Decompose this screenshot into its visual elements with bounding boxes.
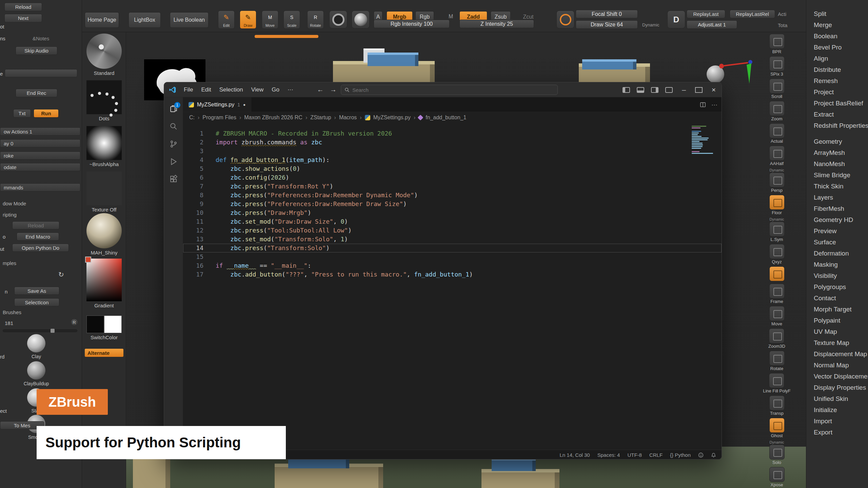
code-line-14[interactable]: 14 zbc.press("Transform:Solo") — [183, 244, 722, 252]
qxyz-icon[interactable] — [769, 244, 785, 259]
toggle-secondary-sidebar-icon[interactable] — [651, 87, 658, 93]
show-actions-slider[interactable]: ow Actions 1 — [0, 127, 80, 136]
menu-item-vector-displacement[interactable]: Vector Displacement — [806, 371, 868, 382]
save-as-button[interactable]: Save As — [14, 287, 59, 295]
alpha-thumb[interactable]: ~BrushAlpha — [85, 126, 123, 167]
feedback-smiley-icon[interactable] — [698, 452, 704, 458]
solo-icon[interactable] — [769, 445, 785, 460]
menu-item-contact[interactable]: Contact — [806, 292, 868, 304]
brush-size-slider[interactable] — [3, 329, 77, 332]
menu-selection[interactable]: Selection — [216, 85, 246, 95]
menu-item-unified-skin[interactable]: Unified Skin — [806, 393, 868, 404]
menu-item-surface[interactable]: Surface — [806, 237, 868, 248]
home-page-button[interactable]: Home Page — [85, 12, 119, 28]
main-color-swatch[interactable] — [86, 316, 104, 333]
open-python-button[interactable]: Open Python Do — [12, 244, 69, 252]
line-fill-polyf-icon[interactable] — [769, 373, 784, 388]
stroke-bar[interactable]: roke — [0, 151, 80, 160]
split-editor-icon[interactable] — [700, 102, 706, 108]
code-line-13[interactable]: 13 zbc.set_mod("Transform:Solo", 1) — [183, 235, 722, 244]
menu-item-align[interactable]: Align — [806, 53, 868, 64]
l-sym-icon[interactable] — [769, 222, 785, 237]
breadcrumb-item-zstartup[interactable]: ZStartup — [310, 115, 331, 121]
breadcrumb-item-fn-add-button-1[interactable]: fn_add_button_1 — [426, 115, 466, 121]
m-toggle[interactable]: M — [449, 14, 453, 20]
replay-icon-button[interactable]: D — [667, 11, 685, 28]
unnamed-button[interactable] — [5, 69, 77, 77]
code-line-6[interactable]: 6 zbc.config(2026) — [183, 173, 722, 182]
notes-icon[interactable] — [769, 266, 785, 281]
menu-item-deformation[interactable]: Deformation — [806, 248, 868, 259]
alpha-button[interactable] — [352, 11, 370, 28]
modified-dot-icon[interactable]: ● — [243, 102, 245, 107]
delay-slider[interactable]: ay 0 — [0, 139, 80, 147]
menu-item-split[interactable]: Split — [806, 8, 868, 19]
focal-button[interactable] — [556, 11, 574, 28]
zoom-icon[interactable] — [769, 101, 785, 116]
encoding[interactable]: UTF-8 — [627, 452, 642, 458]
cursor-position[interactable]: Ln 14, Col 30 — [559, 452, 590, 458]
toggle-panel-icon[interactable] — [637, 87, 644, 93]
transp-icon[interactable] — [769, 395, 785, 410]
menu-item-displacement-map[interactable]: Displacement Map — [806, 348, 868, 360]
menu-edit[interactable]: Edit — [198, 85, 214, 95]
menu-item-visibility[interactable]: Visibility — [806, 270, 868, 281]
extensions-icon[interactable] — [164, 170, 183, 188]
editor-more-actions-icon[interactable]: ··· — [711, 101, 717, 108]
menu-item-redshift-properties[interactable]: Redshift Properties — [806, 120, 868, 131]
end-rec-button[interactable]: End Rec — [16, 89, 57, 97]
menu-item-thick-skin[interactable]: Thick Skin — [806, 181, 868, 192]
search-sidebar-icon[interactable] — [164, 118, 183, 135]
commands-bar[interactable]: mmands — [0, 183, 80, 191]
code-line-5[interactable]: 5 zbc.show_actions(0) — [183, 164, 722, 173]
color-picker-thumb[interactable]: Gradient — [85, 259, 123, 308]
gradient-picker[interactable] — [86, 259, 122, 301]
edit-tool-button[interactable]: ✎ Edit — [218, 11, 235, 29]
xpose-icon[interactable] — [769, 467, 785, 482]
select-icon-button[interactable]: SelectIcon — [14, 298, 59, 306]
tab-myzsettings[interactable]: MyZSettings.py 1 ● — [183, 97, 251, 112]
menu-item-remesh[interactable]: Remesh — [806, 75, 868, 86]
menu-item-layers[interactable]: Layers — [806, 192, 868, 203]
menu-item-normal-map[interactable]: Normal Map — [806, 360, 868, 371]
forward-button[interactable]: → — [330, 86, 337, 94]
lightbox-button[interactable]: LightBox — [129, 12, 161, 28]
brush-clay[interactable] — [27, 334, 45, 352]
breadcrumb-item-macros[interactable]: Macros — [339, 115, 357, 121]
reload-button[interactable]: Reload — [4, 3, 42, 11]
frame-icon[interactable] — [769, 284, 785, 299]
zoom3d-icon[interactable] — [769, 328, 784, 343]
material-thumb[interactable]: MAH_Shiny — [85, 213, 123, 256]
minimap[interactable] — [692, 126, 715, 155]
move-icon[interactable] — [769, 306, 785, 321]
txt-button[interactable]: Txt — [13, 109, 31, 118]
toolbar-scroll-indicator[interactable] — [255, 35, 318, 38]
menu-item-initialize[interactable]: Initialize — [806, 404, 868, 415]
menu-item-morph-target[interactable]: Morph Target — [806, 304, 868, 315]
breadcrumb-item-myzsettings-py[interactable]: MyZSettings.py — [373, 115, 411, 121]
menu-item-import[interactable]: Import — [806, 415, 868, 427]
code-line-16[interactable]: 16if __name__ == "__main__": — [183, 261, 722, 270]
menu-item-boolean[interactable]: Boolean — [806, 30, 868, 42]
rotate-icon[interactable] — [769, 351, 785, 366]
scale-tool-button[interactable]: S Scale — [283, 11, 300, 29]
menu-item-arraymesh[interactable]: ArrayMesh — [806, 147, 868, 158]
menu-go[interactable]: Go — [268, 85, 283, 95]
rotate-tool-button[interactable]: R Rotate — [307, 11, 324, 29]
texture-thumb[interactable]: Texture Off — [85, 171, 123, 212]
toggle-sidebar-icon[interactable] — [623, 87, 630, 93]
code-line-12[interactable]: 12 zbc.press("Tool:SubTool:All Low") — [183, 226, 722, 235]
breadcrumb-item-maxon-zbrush-2026-rc[interactable]: Maxon ZBrush 2026 RC — [244, 115, 302, 121]
brush-claybuildup[interactable] — [27, 361, 45, 380]
draw-size-slider[interactable]: Draw Size 64 — [576, 20, 638, 29]
persp-icon[interactable] — [769, 172, 785, 187]
secondary-color-swatch[interactable] — [104, 316, 122, 333]
code-line-10[interactable]: 10 zbc.press("Draw:Mrgb") — [183, 208, 722, 217]
z-intensity-slider[interactable]: Z Intensity 25 — [459, 20, 534, 28]
menu-item-export[interactable]: Export — [806, 427, 868, 438]
menu-item-geometry[interactable]: Geometry — [806, 136, 868, 147]
ghost-icon[interactable] — [769, 418, 785, 433]
code-editor[interactable]: 1# ZBRUSH MACRO - Recorded in ZBrush ver… — [183, 123, 722, 450]
customize-layout-icon[interactable] — [665, 87, 673, 93]
menu-item-display-properties[interactable]: Display Properties — [806, 382, 868, 393]
